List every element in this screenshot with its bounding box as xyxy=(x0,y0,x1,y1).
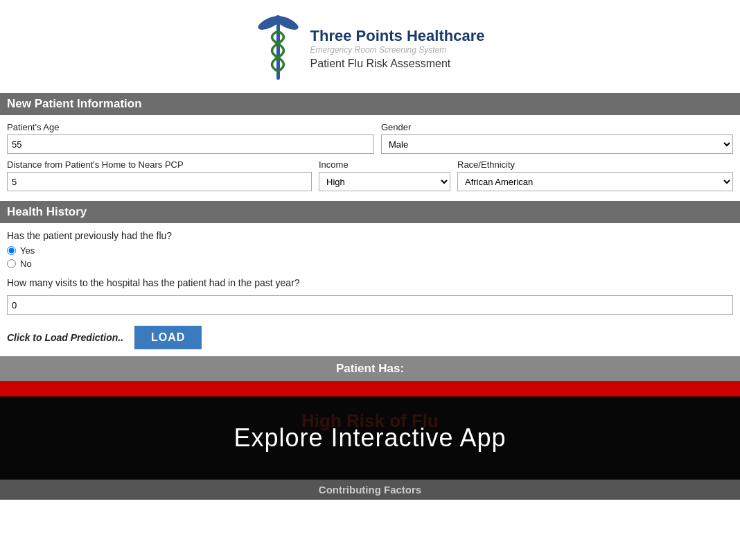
logo-text: Three Points Healthcare Emergency Room S… xyxy=(310,27,485,70)
flu-yes-label: Yes xyxy=(20,245,35,256)
distance-income-race-row: Distance from Patient's Home to Nears PC… xyxy=(7,159,733,191)
app-title: Patient Flu Risk Assessment xyxy=(310,58,485,70)
gender-group: Gender Male Female Other xyxy=(381,122,733,154)
health-history-section-header: Health History xyxy=(0,201,740,223)
age-input[interactable] xyxy=(7,134,374,154)
visits-question: How many visits to the hospital has the … xyxy=(7,277,733,288)
race-select[interactable]: African American White Hispanic Asian Ot… xyxy=(457,172,733,191)
logo-icon xyxy=(256,10,301,86)
visits-input[interactable] xyxy=(7,295,733,315)
app-header: Three Points Healthcare Emergency Room S… xyxy=(0,0,740,93)
gender-select[interactable]: Male Female Other xyxy=(381,134,733,154)
contributing-factors-header: Contributing Factors xyxy=(0,480,740,500)
income-select[interactable]: High Medium Low xyxy=(319,172,450,191)
age-gender-row: Patient's Age Gender Male Female Other xyxy=(7,122,733,154)
income-group: Income High Medium Low xyxy=(319,159,450,191)
flu-no-label: No xyxy=(20,259,32,269)
age-group: Patient's Age xyxy=(7,122,374,154)
flu-question: Has the patient previously had the flu? xyxy=(7,230,733,241)
explore-overlay[interactable]: Explore Interactive App xyxy=(0,396,740,480)
new-patient-section-header: New Patient Information xyxy=(0,93,740,115)
red-bar xyxy=(0,381,740,396)
load-row: Click to Load Prediction.. LOAD xyxy=(0,319,740,356)
patient-has-header: Patient Has: xyxy=(0,356,740,381)
load-button[interactable]: LOAD xyxy=(134,326,202,349)
flu-no-radio[interactable] xyxy=(7,259,16,268)
load-label: Click to Load Prediction.. xyxy=(7,332,123,343)
flu-radio-group: Yes No xyxy=(7,245,733,269)
race-group: Race/Ethnicity African American White Hi… xyxy=(457,159,733,191)
flu-no-option[interactable]: No xyxy=(7,259,733,269)
flu-yes-option[interactable]: Yes xyxy=(7,245,733,256)
distance-input[interactable] xyxy=(7,172,312,191)
svg-point-3 xyxy=(274,15,281,22)
org-name: Three Points Healthcare xyxy=(310,27,485,45)
health-history-form: Has the patient previously had the flu? … xyxy=(0,223,740,319)
flu-yes-radio[interactable] xyxy=(7,246,16,255)
income-label: Income xyxy=(319,159,450,170)
race-label: Race/Ethnicity xyxy=(457,159,733,170)
overlay-text: Explore Interactive App xyxy=(234,423,506,453)
org-subtitle: Emergency Room Screening System xyxy=(310,45,485,55)
gender-label: Gender xyxy=(381,122,733,132)
result-area: High Risk of Flu Explore Interactive App xyxy=(0,396,740,480)
age-label: Patient's Age xyxy=(7,122,374,132)
distance-group: Distance from Patient's Home to Nears PC… xyxy=(7,159,312,191)
distance-label: Distance from Patient's Home to Nears PC… xyxy=(7,159,312,170)
patient-form: Patient's Age Gender Male Female Other D… xyxy=(0,115,740,201)
